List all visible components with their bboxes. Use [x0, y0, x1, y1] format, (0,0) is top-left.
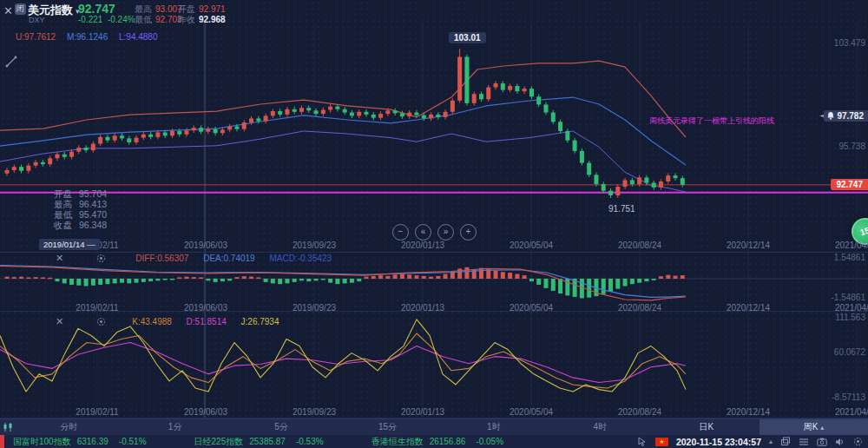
tab-1时[interactable]: 1时 — [441, 419, 547, 435]
instrument-symbol: DXY — [29, 16, 45, 24]
caret-up-icon: ▴ — [820, 424, 824, 432]
candle-body — [486, 88, 490, 100]
playback-controls: − « » + — [392, 224, 477, 240]
quote-percent: -0.53% — [296, 437, 324, 446]
macd-hist-bar — [529, 279, 534, 281]
index-quote: 香港恒生指数26156.86-0.05% — [372, 436, 503, 448]
tab-日K[interactable]: 日K — [654, 419, 760, 435]
candle-body — [5, 170, 10, 174]
macd-settings-icon[interactable] — [96, 254, 106, 263]
camera-icon[interactable] — [817, 438, 827, 446]
tab-分时[interactable]: 分时 — [16, 419, 122, 435]
ohlc-tooltip-row: 开盘95.704 — [54, 188, 107, 199]
axis-date-label: 2019/09/23 — [293, 303, 336, 313]
copy-window-icon[interactable] — [780, 437, 791, 446]
stat-label: 昨收 — [178, 15, 195, 24]
stat-label: 开盘 — [178, 4, 195, 14]
candle-body — [602, 184, 606, 191]
pointer-share-icon[interactable] — [637, 437, 648, 447]
quote-name: 日经225指数 — [194, 436, 244, 448]
kdj-close-icon[interactable]: ✕ — [56, 316, 63, 327]
timeframe-dropdown[interactable]: 周K ▴ — [760, 419, 868, 435]
candle-body — [508, 86, 512, 90]
axis-date-label: 2020/01/13 — [401, 240, 444, 250]
candle-body — [220, 129, 225, 133]
index-quote: 日经225指数25385.87-0.53% — [194, 436, 324, 448]
macd-hist-bar — [450, 272, 455, 279]
settings-gear-icon[interactable] — [853, 437, 863, 446]
chart-annotation-text[interactable]: 周线美元录得了一根带上引线的阳线 — [649, 115, 774, 127]
speaker-icon[interactable] — [835, 438, 845, 446]
macd-hist-bar — [271, 279, 275, 283]
candle-body — [637, 177, 641, 184]
ohlc-tooltip-label: 最高 — [54, 199, 72, 209]
tab-15分[interactable]: 15分 — [334, 419, 440, 435]
kdj-d-line — [0, 343, 686, 383]
macd-hist-bar — [220, 279, 225, 281]
step-forward-button[interactable]: » — [437, 224, 454, 240]
last-price: 92.747 — [78, 2, 115, 16]
macd-hist-bar — [630, 279, 635, 284]
drawing-tool-icon[interactable] — [5, 56, 17, 68]
macd-hist-bar — [5, 277, 10, 279]
macd-hist-bar — [62, 279, 67, 283]
candle-body — [127, 138, 131, 142]
macd-hist-bar — [385, 276, 390, 279]
candle-body — [652, 183, 656, 188]
macd-hist-bar — [501, 272, 505, 279]
close-icon[interactable]: ✕ — [3, 4, 13, 17]
candle-body — [393, 110, 398, 113]
ohlc-tooltip-value: 95.704 — [79, 188, 107, 199]
price-alert-badge[interactable]: 97.782 — [824, 110, 868, 122]
candle-body — [285, 109, 289, 115]
indicator-icon[interactable] — [0, 419, 16, 435]
price-scale-label: 95.738 — [838, 142, 865, 151]
index-quotes: 国富时100指数6316.39-0.51%日经225指数25385.87-0.5… — [9, 436, 503, 448]
candle-body — [185, 130, 189, 135]
macd-hist-bar — [84, 279, 89, 287]
kdj-j-value: J:26.7934 — [241, 317, 279, 326]
change-value: -0.221 — [78, 15, 102, 24]
candle-body — [26, 166, 30, 171]
status-right: ★ 2020-11-15 23:04:57 ▴ — [637, 437, 868, 447]
trough-price-label: 91.751 — [608, 204, 635, 214]
candle-body — [659, 181, 663, 188]
tab-1分[interactable]: 1分 — [122, 419, 227, 435]
stat-2: 最低92.703 — [135, 14, 182, 26]
macd-close-icon[interactable]: ✕ — [56, 253, 63, 264]
zoom-in-button[interactable]: + — [460, 224, 477, 240]
bollinger-values: U:97.7612 M:96.1246 L:94.4880 — [16, 32, 157, 42]
zoom-out-button[interactable]: − — [392, 224, 409, 240]
candle-body — [192, 128, 196, 130]
macd-hist-bar — [681, 275, 685, 279]
macd-hist-bar — [234, 277, 239, 279]
macd-hist-bar — [314, 279, 319, 280]
axis-date-label: 2019/06/03 — [184, 303, 227, 313]
kdj-settings-icon[interactable] — [96, 317, 106, 326]
step-back-button[interactable]: « — [415, 224, 431, 240]
macd-hist-bar — [91, 279, 95, 286]
candle-body — [372, 115, 376, 118]
macd-hist-bar — [350, 279, 354, 283]
macd-hist-bar — [185, 277, 189, 279]
candle-body — [444, 112, 448, 117]
candle-body — [314, 110, 319, 114]
tab-4时[interactable]: 4时 — [547, 419, 653, 435]
chart-canvas[interactable] — [0, 0, 868, 418]
caret-up-small-icon[interactable]: ▴ — [769, 438, 773, 445]
macd-hist-bar — [41, 277, 45, 279]
ohlc-tooltip-row: 最高96.413 — [54, 199, 107, 209]
candle-body — [76, 148, 81, 152]
tab-5分[interactable]: 5分 — [228, 419, 334, 435]
candle-body — [120, 135, 124, 138]
kdj-d-value: D:51.8514 — [187, 317, 227, 326]
macd-hist-bar — [135, 279, 139, 283]
bell-icon — [827, 112, 834, 120]
candle-body — [457, 56, 462, 100]
macd-scale-top: 1.54861 — [834, 253, 865, 262]
list-icon[interactable] — [799, 438, 809, 446]
candle-body — [34, 162, 38, 166]
macd-hist-bar — [400, 274, 404, 279]
candle-body — [400, 113, 404, 116]
macd-hist-bar — [55, 279, 59, 281]
